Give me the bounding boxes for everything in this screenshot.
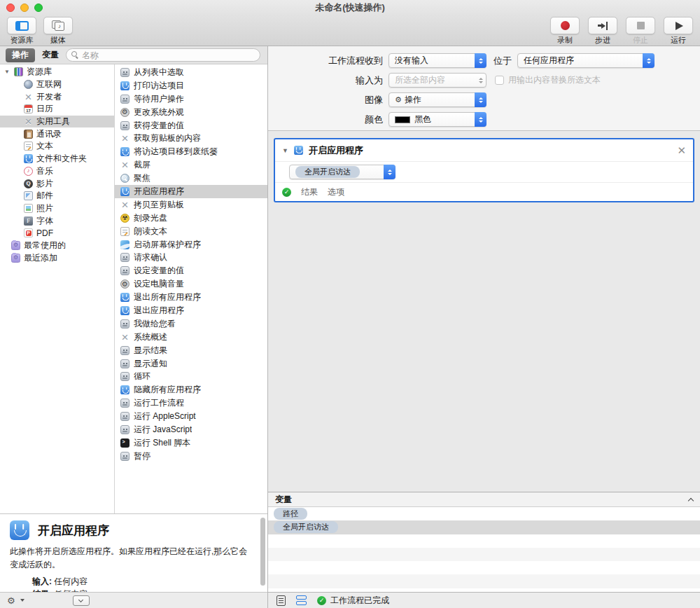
settings-row-color: 颜色 黑色 bbox=[268, 112, 700, 127]
action-list-item[interactable]: 设定变量的值 bbox=[115, 264, 267, 277]
color-label: 颜色 bbox=[268, 113, 388, 126]
action-list-item[interactable]: 退出应用程序 bbox=[115, 304, 267, 317]
input-popup-value: 所选全部内容 bbox=[395, 74, 445, 86]
action-item-label: 更改系统外观 bbox=[134, 106, 184, 118]
chevron-down-icon bbox=[78, 597, 83, 602]
sidebar-item-label: 影片 bbox=[36, 178, 53, 190]
action-list-item[interactable]: 我做给您看 bbox=[115, 317, 267, 331]
action-list-item[interactable]: 刻录光盘 bbox=[115, 212, 267, 225]
library-button[interactable]: 资源库 bbox=[7, 17, 36, 46]
sidebar-item[interactable]: 最常使用的 bbox=[0, 240, 114, 252]
sidebar-item[interactable]: 文本 bbox=[0, 140, 114, 153]
action-list-item[interactable]: 暂停 bbox=[115, 450, 267, 463]
variable-token[interactable]: 全局开启访达 bbox=[274, 521, 338, 533]
action-list-item[interactable]: 运行工作流程 bbox=[115, 396, 267, 410]
sidebar-item-label: 邮件 bbox=[36, 190, 53, 202]
variable-row[interactable] bbox=[268, 574, 700, 588]
action-list-item[interactable]: 系统概述 bbox=[115, 331, 267, 344]
run-button[interactable]: 运行 bbox=[664, 17, 693, 46]
contacts-icon bbox=[24, 130, 33, 139]
variable-row[interactable]: 路径 bbox=[268, 507, 700, 520]
application-popup[interactable]: 全局开启访达 bbox=[289, 165, 396, 179]
success-check-icon bbox=[282, 188, 291, 197]
action-list-item[interactable]: 获得变量的值 bbox=[115, 119, 267, 132]
sidebar-item[interactable]: 字体 bbox=[0, 214, 114, 227]
sidebar-item[interactable]: 开发者 bbox=[0, 90, 114, 103]
step-button[interactable]: 步进 bbox=[588, 17, 617, 46]
sidebar-item-label: 互联网 bbox=[36, 78, 62, 90]
action-card-header[interactable]: ▼ 开启应用程序 ✕ bbox=[275, 139, 693, 162]
action-list-item[interactable]: 拷贝至剪贴板 bbox=[115, 198, 267, 212]
action-list-item[interactable]: 退出所有应用程序 bbox=[115, 291, 267, 304]
action-list-item[interactable]: 从列表中选取 bbox=[115, 66, 267, 79]
action-list-item[interactable]: 显示通知 bbox=[115, 357, 267, 371]
results-link[interactable]: 结果 bbox=[301, 186, 318, 198]
gear-menu-icon[interactable]: ⚙ bbox=[7, 595, 15, 606]
receives-popup[interactable]: 没有输入 bbox=[388, 53, 486, 68]
sidebar-item[interactable]: 影片 bbox=[0, 177, 114, 190]
action-list-item[interactable]: 打印访达项目 bbox=[115, 79, 267, 92]
action-list-item[interactable]: 启动屏幕保护程序 bbox=[115, 238, 267, 251]
action-list-item[interactable]: 运行 JavaScript bbox=[115, 423, 267, 436]
action-list-item[interactable]: 获取剪贴板的内容 bbox=[115, 132, 267, 145]
tab-variables[interactable]: 变量 bbox=[42, 49, 59, 61]
sidebar-item[interactable]: 照片 bbox=[0, 202, 114, 215]
sidebar-item[interactable]: 通讯录 bbox=[0, 127, 114, 140]
robot-icon bbox=[120, 412, 130, 421]
scrollbar-thumb[interactable] bbox=[260, 518, 265, 586]
sidebar-item[interactable]: 互联网 bbox=[0, 78, 114, 91]
variable-token[interactable]: 路径 bbox=[274, 508, 307, 520]
tab-actions[interactable]: 操作 bbox=[6, 48, 35, 62]
collapse-chevron-icon[interactable] bbox=[688, 497, 694, 503]
action-list-item[interactable]: 开启应用程序 bbox=[115, 185, 267, 198]
sidebar-item[interactable]: 实用工具 bbox=[0, 116, 114, 128]
media-button[interactable]: 媒体 bbox=[43, 17, 73, 46]
options-link[interactable]: 选项 bbox=[328, 186, 344, 198]
description-body: 此操作将开启所选应用程序。如果应用程序已经在运行,那么它会变成活跃的。 bbox=[10, 545, 251, 571]
toggle-description-button[interactable] bbox=[73, 595, 90, 606]
action-list-item[interactable]: 截屏 bbox=[115, 158, 267, 172]
in-popup[interactable]: 任何应用程序 bbox=[517, 53, 654, 68]
color-popup[interactable]: 黑色 bbox=[388, 112, 486, 127]
action-list-item[interactable]: 更改系统外观 bbox=[115, 106, 267, 119]
sidebar-item[interactable]: ▼资源库 bbox=[0, 66, 114, 78]
action-list-item[interactable]: 等待用户操作 bbox=[115, 92, 267, 106]
replace-text-checkbox[interactable] bbox=[495, 76, 504, 85]
description-result-value: 任何内容 bbox=[54, 589, 88, 592]
variable-row[interactable] bbox=[268, 534, 700, 548]
image-popup[interactable]: ⚙ 操作 bbox=[388, 92, 486, 107]
action-list-item[interactable]: 隐藏所有应用程序 bbox=[115, 383, 267, 396]
log-view-icon[interactable] bbox=[276, 595, 286, 606]
action-list-item[interactable]: 请求确认 bbox=[115, 251, 267, 264]
action-list-item[interactable]: 朗读文本 bbox=[115, 225, 267, 238]
variable-row[interactable] bbox=[268, 561, 700, 574]
action-list-item[interactable]: 聚焦 bbox=[115, 172, 267, 185]
sidebar-item[interactable]: 日历 bbox=[0, 103, 114, 116]
action-list-item[interactable]: 显示结果 bbox=[115, 344, 267, 357]
disclosure-triangle-icon[interactable]: ▼ bbox=[4, 69, 10, 75]
variable-row[interactable] bbox=[268, 548, 700, 561]
close-action-icon[interactable]: ✕ bbox=[677, 145, 686, 156]
search-input[interactable] bbox=[82, 50, 255, 60]
variable-row[interactable]: 全局开启访达 bbox=[268, 520, 700, 534]
action-card[interactable]: ▼ 开启应用程序 ✕ 全局开启访达 结果 选项 bbox=[274, 138, 694, 202]
receives-popup-value: 没有输入 bbox=[395, 55, 428, 67]
sidebar-item[interactable]: 邮件 bbox=[0, 190, 114, 202]
record-button[interactable]: 录制 bbox=[550, 17, 580, 46]
sidebar-item[interactable]: 最近添加 bbox=[0, 251, 114, 264]
action-list-item[interactable]: 设定电脑音量 bbox=[115, 277, 267, 291]
disclosure-triangle-icon[interactable]: ▼ bbox=[282, 147, 288, 154]
action-list-item[interactable]: 运行 Shell 脚本 bbox=[115, 436, 267, 450]
action-list-item[interactable]: 循环 bbox=[115, 370, 267, 383]
action-list-item[interactable]: 将访达项目移到废纸篓 bbox=[115, 145, 267, 158]
sidebar-item[interactable]: 音乐 bbox=[0, 165, 114, 178]
title-bar[interactable]: 未命名(快速操作) bbox=[0, 0, 700, 15]
sidebar-item[interactable]: 文件和文件夹 bbox=[0, 153, 114, 165]
variables-panel-header[interactable]: 变量 bbox=[268, 492, 700, 507]
gear-menu-caret-icon[interactable] bbox=[20, 599, 24, 602]
workflow-view-icon[interactable] bbox=[296, 595, 307, 605]
in-popup-value: 任何应用程序 bbox=[524, 55, 574, 67]
action-list-item[interactable]: 运行 AppleScript bbox=[115, 410, 267, 423]
search-field[interactable] bbox=[66, 48, 260, 62]
sidebar-item[interactable]: PDF bbox=[0, 227, 114, 240]
